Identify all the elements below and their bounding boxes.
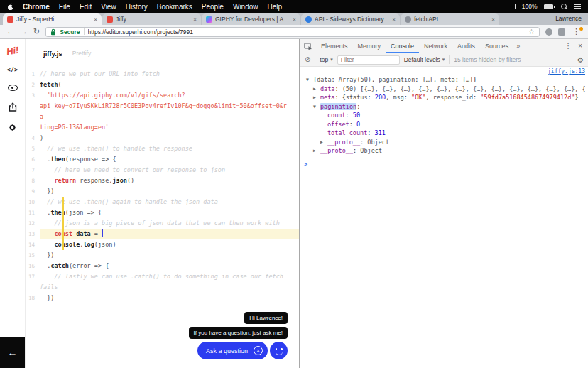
code-editor[interactable]: 1// here we put our URL into fetch2fetch… bbox=[26, 67, 299, 303]
console-row[interactable]: count: 50 bbox=[303, 111, 585, 120]
menu-item-bookmarks[interactable]: Bookmarks bbox=[157, 3, 192, 11]
console-row[interactable]: ▶data: (50) [{…}, {…}, {…}, {…}, {…}, {…… bbox=[303, 85, 585, 94]
console-row[interactable]: ▶__proto__: Object bbox=[303, 138, 585, 147]
share-upload-icon[interactable] bbox=[9, 102, 17, 112]
code-line[interactable]: 3 'https://api.giphy.com/v1/gifs/search?… bbox=[26, 90, 299, 133]
preview-eye-icon[interactable] bbox=[8, 85, 18, 91]
code-line[interactable]: 9 }) bbox=[26, 186, 299, 197]
browser-tab[interactable]: fetch API× bbox=[401, 13, 499, 25]
code-line[interactable]: 16 .catch(error => { bbox=[26, 261, 299, 271]
toggle-closed-icon[interactable]: ▶ bbox=[313, 93, 320, 102]
chat-close-icon[interactable]: × bbox=[254, 346, 263, 355]
toggle-closed-icon[interactable]: ▶ bbox=[313, 85, 320, 94]
menu-item-view[interactable]: View bbox=[101, 3, 116, 11]
code-line[interactable]: 7 // here we need to convert our respons… bbox=[26, 165, 299, 175]
browser-tab[interactable]: Jiffy× bbox=[102, 13, 201, 25]
context-selector[interactable]: top ▾ bbox=[320, 56, 332, 63]
prettify-button[interactable]: Prettify bbox=[72, 50, 91, 57]
code-line[interactable]: 5 // we use .then() to handle the respon… bbox=[26, 144, 299, 154]
console-row[interactable]: ▼pagination: bbox=[303, 102, 585, 112]
toggle-closed-icon[interactable]: ▶ bbox=[320, 138, 327, 147]
clear-console-icon[interactable]: ⊘ bbox=[305, 56, 310, 63]
code-line[interactable]: 11 .then(json => { bbox=[26, 207, 299, 218]
toggle-open-icon[interactable]: ▼ bbox=[306, 75, 313, 85]
forward-icon[interactable]: → bbox=[20, 28, 28, 36]
code-line[interactable]: 2fetch( bbox=[26, 80, 299, 90]
spotlight-icon[interactable] bbox=[561, 4, 567, 10]
notification-center-icon[interactable] bbox=[574, 4, 581, 9]
browser-tab[interactable]: Jiffy - SuperHi× bbox=[3, 13, 102, 25]
tab-close-icon[interactable]: × bbox=[94, 16, 97, 23]
menu-item-people[interactable]: People bbox=[202, 3, 224, 11]
code-line[interactable]: 12 // json is a big piece of json data t… bbox=[26, 218, 299, 229]
code-line[interactable]: 4) bbox=[26, 133, 299, 144]
battery-icon[interactable] bbox=[544, 4, 555, 9]
devtools-tab-network[interactable]: Network bbox=[419, 39, 452, 53]
toggle-open-icon[interactable]: ▼ bbox=[313, 102, 320, 112]
console-row[interactable]: offset: 0 bbox=[303, 120, 585, 129]
superhi-logo[interactable]: Hi! bbox=[6, 45, 20, 58]
url-text[interactable]: https://editor.superhi.com/projects/7991 bbox=[88, 28, 525, 36]
browser-tab[interactable]: API - Sideways Dictionary× bbox=[301, 13, 400, 25]
code-line[interactable]: 17 // lastly we can use .catch() to do s… bbox=[26, 271, 299, 293]
profile-name-button[interactable]: Lawrence bbox=[555, 15, 582, 22]
reload-icon[interactable]: ↻ bbox=[33, 28, 40, 36]
chrome-menu-icon[interactable]: ⋮ bbox=[571, 28, 582, 36]
console-row[interactable]: total_count: 311 bbox=[303, 129, 585, 138]
devtools-tab-memory[interactable]: Memory bbox=[353, 39, 386, 53]
tab-close-icon[interactable]: × bbox=[193, 16, 197, 23]
devtools-close-icon[interactable]: × bbox=[578, 42, 582, 50]
address-bar[interactable]: Secure https://editor.superhi.com/projec… bbox=[45, 27, 540, 37]
log-level-selector[interactable]: Default levels ▾ bbox=[404, 56, 445, 63]
devtools-tab-audits[interactable]: Audits bbox=[452, 39, 480, 53]
file-tab-jiffy[interactable]: jiffy.js bbox=[43, 50, 62, 58]
devtools-tab-console[interactable]: Console bbox=[386, 39, 419, 53]
tab-close-icon[interactable]: × bbox=[491, 16, 495, 23]
code-line[interactable]: 1// here we put our URL into fetch bbox=[26, 69, 299, 80]
extension-icon[interactable] bbox=[558, 28, 565, 36]
tab-close-icon[interactable]: × bbox=[392, 16, 396, 23]
code-line[interactable]: 8 return response.json() bbox=[26, 175, 299, 186]
console-segment: : bbox=[353, 147, 360, 154]
ask-question-button[interactable]: Ask a question × bbox=[197, 342, 268, 359]
devtools-tab-elements[interactable]: Elements bbox=[316, 39, 353, 53]
bookmark-star-icon[interactable]: ☆ bbox=[528, 28, 535, 36]
code-line[interactable]: 13 const data = bbox=[26, 229, 299, 239]
code-line[interactable]: 14 console.log(json) bbox=[26, 239, 299, 250]
code-line[interactable]: 6 .then(response => { bbox=[26, 154, 299, 165]
code-line[interactable]: 10 // we use .then() again to handle the… bbox=[26, 197, 299, 207]
menu-item-help[interactable]: Help bbox=[268, 3, 283, 11]
code-line[interactable]: 18 }) bbox=[26, 293, 299, 303]
devtools-tab-sources[interactable]: Sources bbox=[480, 39, 513, 53]
console-row[interactable]: ▼{data: Array(50), pagination: {…}, meta… bbox=[303, 75, 585, 85]
chat-smiley-button[interactable] bbox=[270, 342, 288, 359]
browser-tab[interactable]: GIPHY for Developers | API Ex× bbox=[202, 13, 300, 25]
back-icon[interactable]: ← bbox=[6, 28, 14, 36]
console-prompt[interactable]: > bbox=[300, 158, 588, 170]
code-editor-icon[interactable]: </> bbox=[7, 66, 18, 73]
display-icon[interactable] bbox=[508, 4, 516, 9]
console-row[interactable]: ▶__proto__: Object bbox=[303, 146, 585, 156]
menu-item-file[interactable]: File bbox=[59, 3, 70, 11]
tab-overflow-icon[interactable]: » bbox=[513, 43, 523, 50]
settings-gear-icon[interactable] bbox=[8, 123, 17, 132]
source-link[interactable]: jiffy.js:13 bbox=[303, 67, 585, 75]
console-filter-input[interactable] bbox=[337, 55, 400, 65]
console-row[interactable]: ▶meta: {status: 200, msg: "OK", response… bbox=[303, 93, 585, 102]
tab-close-icon[interactable]: × bbox=[293, 16, 296, 23]
console-settings-gear-icon[interactable]: ⚙ bbox=[577, 56, 584, 64]
inspect-element-icon[interactable] bbox=[304, 42, 312, 50]
apple-icon[interactable] bbox=[7, 3, 14, 11]
code-text: .catch(error => { bbox=[40, 261, 299, 271]
menu-item-window[interactable]: Window bbox=[233, 3, 258, 11]
menu-item-history[interactable]: History bbox=[126, 3, 148, 11]
extension-icon[interactable] bbox=[545, 28, 552, 36]
superhi-favicon bbox=[107, 16, 113, 23]
menu-item-chrome[interactable]: Chrome bbox=[23, 3, 50, 11]
superhi-favicon bbox=[7, 16, 13, 23]
toggle-closed-icon[interactable]: ▶ bbox=[313, 146, 320, 156]
sidebar-back-button[interactable]: ← bbox=[0, 337, 25, 368]
code-line[interactable]: 15 }) bbox=[26, 250, 299, 261]
menu-item-edit[interactable]: Edit bbox=[80, 3, 92, 11]
devtools-menu-icon[interactable]: ⋮ bbox=[565, 42, 572, 50]
